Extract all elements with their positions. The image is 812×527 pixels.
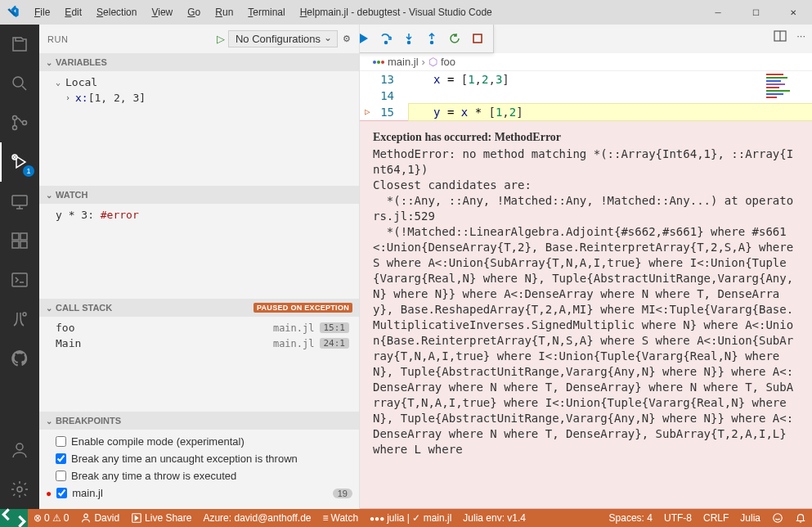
- activity-remote[interactable]: [0, 182, 39, 221]
- menu-selection[interactable]: Selection: [90, 3, 143, 21]
- step-out-button[interactable]: [421, 28, 442, 49]
- svg-point-3: [23, 121, 27, 125]
- menu-edit[interactable]: Edit: [58, 3, 88, 21]
- editor-area: ⋮⋮⋮ ··· main.jl › ⬡ foo 13 14 15 ▷: [360, 25, 812, 509]
- activity-terminal-panel[interactable]: [0, 260, 39, 300]
- julia-icon: [373, 61, 384, 64]
- paused-badge: PAUSED ON EXCEPTION: [253, 303, 352, 313]
- status-bell-icon[interactable]: [789, 509, 812, 527]
- status-julia-file[interactable]: ●●●julia | ✓ main.jl: [364, 509, 457, 527]
- variables-header[interactable]: ⌄VARIABLES: [39, 53, 359, 71]
- status-watch[interactable]: ≡Watch: [316, 509, 364, 527]
- svg-point-14: [385, 42, 388, 44]
- start-debug-button[interactable]: ▷: [217, 33, 225, 45]
- svg-point-15: [408, 42, 410, 44]
- run-panel-title: RUN: [47, 34, 217, 44]
- callstack-frame[interactable]: Mainmain.jl24:1: [39, 336, 359, 351]
- status-feedback-icon[interactable]: [766, 509, 789, 527]
- svg-rect-10: [12, 273, 27, 286]
- svg-rect-9: [20, 233, 27, 240]
- watch-item[interactable]: y * 3: #error: [39, 207, 359, 223]
- code-line-current[interactable]: y = x * [1,2]: [409, 104, 812, 120]
- maximize-button[interactable]: ☐: [737, 0, 774, 25]
- breakpoints-header[interactable]: ⌄BREAKPOINTS: [39, 412, 359, 430]
- breakpoint-option[interactable]: Enable compile mode (experimental): [39, 433, 359, 450]
- status-eol[interactable]: CRLF: [698, 509, 734, 527]
- variable-item[interactable]: ›x: [1, 2, 3]: [39, 90, 359, 106]
- minimize-button[interactable]: ─: [699, 0, 737, 25]
- callstack-frame[interactable]: foomain.jl15:1: [39, 320, 359, 336]
- current-line-marker-icon: ▷: [365, 104, 370, 120]
- menu-run[interactable]: Run: [209, 3, 240, 21]
- menu-terminal[interactable]: Terminal: [241, 3, 291, 21]
- status-bar: ⊗0⚠0 David Live Share Azure: david@antho…: [0, 509, 812, 527]
- config-gear-icon[interactable]: ⚙: [343, 34, 351, 44]
- menu-view[interactable]: View: [145, 3, 179, 21]
- activity-settings[interactable]: [0, 470, 39, 509]
- breakpoint-dot-icon: ●: [46, 488, 52, 499]
- debug-config-dropdown[interactable]: No Configurations: [228, 30, 338, 47]
- activity-github[interactable]: [0, 339, 39, 378]
- close-button[interactable]: ✕: [774, 0, 812, 25]
- bp-checkbox[interactable]: [56, 488, 67, 498]
- svg-rect-7: [12, 241, 19, 248]
- vscode-logo-icon: [7, 6, 20, 19]
- svg-point-0: [13, 77, 23, 87]
- status-encoding[interactable]: UTF-8: [658, 509, 698, 527]
- svg-point-21: [774, 514, 783, 523]
- split-editor-icon[interactable]: [774, 29, 787, 45]
- titlebar: File Edit Selection View Go Run Terminal…: [0, 0, 812, 25]
- minimap[interactable]: [763, 70, 812, 119]
- svg-rect-6: [12, 233, 19, 240]
- status-problems[interactable]: ⊗0⚠0: [28, 509, 74, 527]
- activity-julia[interactable]: [0, 300, 39, 339]
- stop-button[interactable]: [467, 28, 488, 49]
- bp-checkbox[interactable]: [56, 453, 66, 464]
- restart-button[interactable]: [444, 28, 465, 49]
- step-into-button[interactable]: [398, 28, 419, 49]
- exception-body: MethodError: no method matching *(::Arra…: [373, 146, 799, 457]
- activity-source-control[interactable]: [0, 103, 39, 142]
- debug-badge: 1: [23, 165, 34, 177]
- svg-point-12: [16, 444, 23, 450]
- bp-checkbox[interactable]: [56, 436, 66, 447]
- status-user[interactable]: David: [74, 509, 125, 527]
- variables-scope[interactable]: ⌄Local: [39, 74, 359, 90]
- activity-extensions[interactable]: [0, 221, 39, 260]
- code-line[interactable]: [409, 88, 812, 104]
- window-title: main.jl - debugtest - Visual Studio Code: [320, 7, 492, 18]
- line-gutter: 13 14 15 ▷: [360, 71, 409, 120]
- svg-point-16: [431, 42, 433, 44]
- activity-search[interactable]: [0, 64, 39, 103]
- status-spaces[interactable]: Spaces: 4: [603, 509, 658, 527]
- breakpoint-option[interactable]: Break any time an uncaught exception is …: [39, 450, 359, 467]
- bp-checkbox[interactable]: [56, 471, 66, 481]
- status-azure[interactable]: Azure: david@anthoff.de: [197, 509, 316, 527]
- breadcrumb[interactable]: main.jl › ⬡ foo: [360, 53, 812, 71]
- menu-go[interactable]: Go: [181, 3, 207, 21]
- exception-panel: Exception has occurred: MethodError Meth…: [360, 120, 812, 509]
- exception-title: Exception has occurred: MethodError: [373, 129, 799, 145]
- remote-indicator[interactable]: [0, 509, 28, 527]
- status-liveshare[interactable]: Live Share: [125, 509, 197, 527]
- svg-point-19: [84, 514, 87, 517]
- watch-header[interactable]: ⌄WATCH: [39, 186, 359, 204]
- menu-file[interactable]: File: [28, 3, 56, 21]
- status-julia-env[interactable]: Julia env: v1.4: [457, 509, 532, 527]
- code-editor[interactable]: 13 14 15 ▷ x = [1,2,3] y = x * [1,2]: [360, 71, 812, 120]
- status-language[interactable]: Julia: [734, 509, 766, 527]
- continue-button[interactable]: [360, 28, 374, 49]
- activity-explorer[interactable]: [0, 25, 39, 64]
- callstack-header[interactable]: ⌄CALL STACKPAUSED ON EXCEPTION: [39, 299, 359, 317]
- activity-account[interactable]: [0, 430, 39, 470]
- more-actions-icon[interactable]: ···: [796, 29, 805, 45]
- svg-point-2: [13, 126, 17, 130]
- svg-rect-17: [473, 34, 482, 43]
- breakpoint-option[interactable]: Break any time a throw is executed: [39, 467, 359, 484]
- svg-point-1: [13, 116, 17, 120]
- step-over-button[interactable]: [375, 28, 397, 49]
- debug-toolbar[interactable]: ⋮⋮⋮: [360, 25, 494, 53]
- breakpoint-file[interactable]: ●main.jl19: [39, 484, 359, 502]
- activity-debug[interactable]: 1: [0, 142, 39, 182]
- code-line[interactable]: x = [1,2,3]: [409, 71, 812, 88]
